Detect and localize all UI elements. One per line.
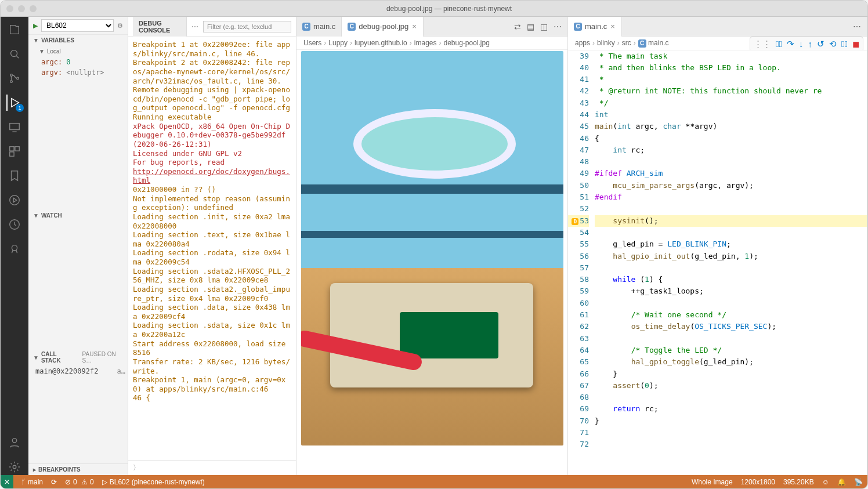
live-icon[interactable] [6, 192, 23, 208]
zoom-window-icon[interactable] [30, 5, 37, 12]
image-mode[interactable]: Whole Image [692, 478, 733, 486]
photo-content [301, 51, 563, 445]
var-argc[interactable]: argc: 0 [28, 57, 128, 67]
debug-badge: 1 [16, 104, 24, 112]
close-icon[interactable]: × [411, 22, 417, 31]
restart-icon[interactable]: ↺ [817, 39, 824, 49]
image-preview[interactable] [296, 50, 567, 475]
editor-group-image: Cmain.cCdebug-pool.jpg× ⇄ ▤ ◫ ⋯ Users›Lu… [296, 17, 568, 475]
sync-icon[interactable]: ⟳ [51, 478, 57, 486]
svg-rect-7 [10, 152, 14, 156]
accounts-icon[interactable] [6, 434, 23, 451]
step-into-icon[interactable]: ↓ [799, 39, 804, 49]
step-out-icon[interactable]: ↑ [808, 39, 813, 49]
tabs-image-group: Cmain.cCdebug-pool.jpg× ⇄ ▤ ◫ ⋯ [296, 17, 567, 37]
feedback-icon[interactable]: ☺ [822, 478, 829, 486]
c-file-icon: C [348, 23, 356, 31]
timeline-icon[interactable] [6, 216, 23, 233]
local-scope[interactable]: ▼Local [28, 46, 128, 57]
settings-gear-icon[interactable] [6, 459, 23, 475]
breakpoints-section[interactable]: ▸BREAKPOINTS [28, 463, 128, 475]
debug-target[interactable]: ▷ BL602 (pinecone-rust-mynewt) [102, 478, 205, 486]
image-size: 395.20KB [783, 478, 814, 486]
watch-section[interactable]: ▼WATCH [28, 210, 128, 221]
svg-point-10 [12, 245, 17, 251]
breadcrumb-image[interactable]: Users›Luppy›lupyuen.github.io›images›deb… [296, 37, 567, 50]
svg-rect-4 [10, 124, 20, 130]
svg-rect-6 [15, 147, 19, 151]
tab-main.c[interactable]: Cmain.c [296, 17, 342, 37]
c-file-icon: C [574, 23, 582, 31]
source-control-icon[interactable] [6, 70, 23, 86]
activity-bar: 1 [1, 17, 28, 475]
stop-icon[interactable]: ◼ [852, 39, 859, 49]
svg-point-8 [10, 195, 20, 205]
window-title: debug-pool.jpg — pinecone-rust-mynewt [37, 5, 862, 13]
breadcrumb-code[interactable]: apps›blinky›src›C main.c ⋮⋮ ▶⃓ ↷ ↓ ↑ ↺ ⟲… [568, 37, 867, 50]
more-actions-icon[interactable]: ⋯ [853, 22, 861, 31]
continue-icon[interactable]: ▶⃓ [776, 39, 782, 49]
svg-point-2 [10, 81, 13, 83]
remote-icon[interactable] [6, 119, 23, 135]
image-dim: 1200x1800 [741, 478, 775, 486]
reverse-icon[interactable]: ⟲ [829, 39, 837, 49]
window-controls[interactable] [6, 5, 37, 12]
c-file-icon: C [302, 23, 310, 31]
diff-icon[interactable]: ⇄ [514, 22, 521, 31]
callstack-section[interactable]: ▼CALL STACK PAUSED ON S… [28, 349, 128, 366]
bookmarks-icon[interactable] [6, 168, 23, 184]
titlebar: debug-pool.jpg — pinecone-rust-mynewt [1, 1, 867, 17]
close-icon[interactable]: × [610, 22, 616, 31]
tab-debug-pool.jpg[interactable]: Cdebug-pool.jpg× [342, 17, 424, 37]
close-window-icon[interactable] [6, 5, 13, 12]
drag-handle-icon[interactable]: ⋮⋮ [754, 39, 771, 49]
svg-point-3 [17, 77, 19, 79]
open-preview-icon[interactable]: ▤ [527, 22, 534, 31]
debug-toolbar[interactable]: ⋮⋮ ▶⃓ ↷ ↓ ↑ ↺ ⟲ ◁⃓ ◼ [750, 37, 863, 50]
status-bar: ✕ ᚶ main ⟳ ⊘ 0 ⚠ 0 ▷ BL602 (pinecone-rus… [1, 475, 867, 489]
search-icon[interactable] [6, 46, 23, 62]
launch-config-select[interactable]: BL602 [41, 19, 114, 32]
step-back-icon[interactable]: ◁⃓ [841, 39, 848, 49]
gear-icon[interactable]: ⚙ [117, 22, 123, 30]
debug-console-tab[interactable]: DEBUG CONSOLE [133, 17, 187, 37]
start-debug-icon[interactable]: ▶ [33, 22, 38, 30]
console-filter-input[interactable] [203, 21, 291, 32]
problems[interactable]: ⊘ 0 ⚠ 0 [65, 478, 94, 486]
code-editor[interactable]: 3940414243444546474849505152D53545556575… [568, 50, 867, 476]
more-actions-icon[interactable]: ⋯ [554, 22, 562, 31]
git-branch[interactable]: ᚶ main [21, 478, 43, 486]
svg-point-12 [13, 465, 16, 469]
svg-point-11 [12, 439, 16, 443]
console-input[interactable]: 〉 [128, 460, 296, 475]
notifications-icon[interactable]: 🔔 [837, 478, 846, 486]
platformio-icon[interactable] [6, 241, 23, 257]
run-debug-icon[interactable]: 1 [6, 95, 23, 111]
var-argv[interactable]: argv: <nullptr> [28, 67, 128, 78]
minimize-window-icon[interactable] [18, 5, 25, 12]
debug-sidebar: ▶ BL602 ⚙ ▼VARIABLES ▼Local argc: 0 argv… [28, 17, 128, 475]
debug-console-panel: DEBUG CONSOLE ⋯ Breakpoint 1 at 0x220092… [128, 17, 296, 475]
editor-group-code: Cmain.c×⋯ apps›blinky›src›C main.c ⋮⋮ ▶⃓… [568, 17, 867, 475]
stack-frame[interactable]: main@0x220092f2a… [28, 366, 128, 376]
extensions-icon[interactable] [6, 143, 23, 160]
more-icon[interactable]: ⋯ [191, 23, 198, 31]
console-output[interactable]: Breakpoint 1 at 0x220092ee: file apps/bl… [128, 37, 296, 460]
variables-section[interactable]: ▼VARIABLES [28, 35, 128, 46]
explorer-icon[interactable] [6, 21, 23, 38]
broadcast-icon[interactable]: 📡 [854, 478, 863, 486]
svg-point-0 [11, 50, 17, 57]
tab-main.c[interactable]: Cmain.c× [568, 17, 622, 37]
step-over-icon[interactable]: ↷ [787, 39, 794, 49]
svg-point-1 [10, 74, 13, 77]
svg-rect-5 [10, 147, 14, 151]
remote-indicator[interactable]: ✕ [1, 475, 13, 489]
tabs-code-group: Cmain.c×⋯ [568, 17, 867, 37]
split-editor-icon[interactable]: ◫ [540, 22, 548, 31]
